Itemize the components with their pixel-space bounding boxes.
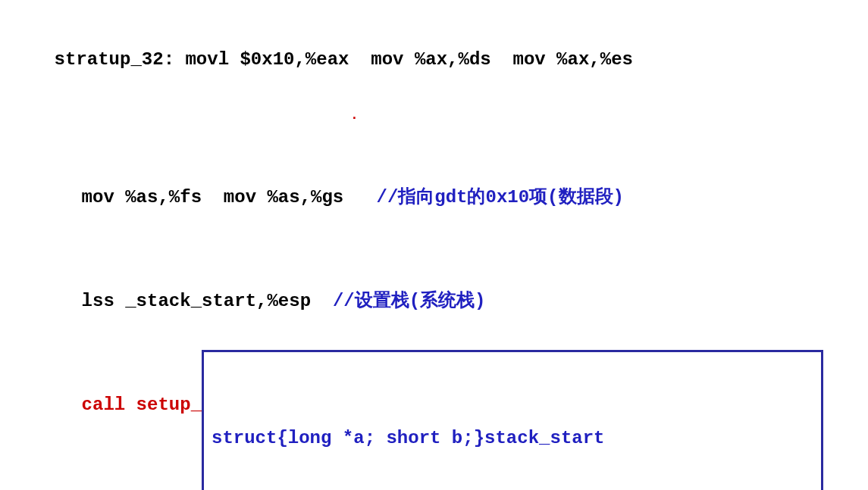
struct-line-1: struct{long *a; short b;}stack_start <box>212 422 813 454</box>
code-block: stratup_32: movl $0x10,%eax mov %ax,%ds … <box>11 8 857 490</box>
asm-text: mov %as,%fs mov %as,%gs <box>82 187 377 208</box>
comment-text: //指向gdt的0x10项(数据段) <box>376 187 623 208</box>
red-dot: . <box>350 102 359 128</box>
code-line-3: lss _stack_start,%esp //设置栈(系统栈) <box>11 249 857 353</box>
struct-annotation-box: struct{long *a; short b;}stack_start ={&… <box>202 350 823 490</box>
code-line-1: stratup_32: movl $0x10,%eax mov %ax,%ds … <box>11 8 857 111</box>
comment-text: //设置栈(系统栈) <box>333 291 486 311</box>
asm-text: stratup_32: movl $0x10,%eax mov %ax,%ds … <box>55 49 633 70</box>
code-line-2: . mov %as,%fs mov %as,%gs //指向gdt的0x10项(… <box>11 111 857 249</box>
asm-text: lss _stack_start,%esp <box>82 291 333 311</box>
code-line-4: call setup_idt struct{long *a; short b;}… <box>11 353 857 490</box>
